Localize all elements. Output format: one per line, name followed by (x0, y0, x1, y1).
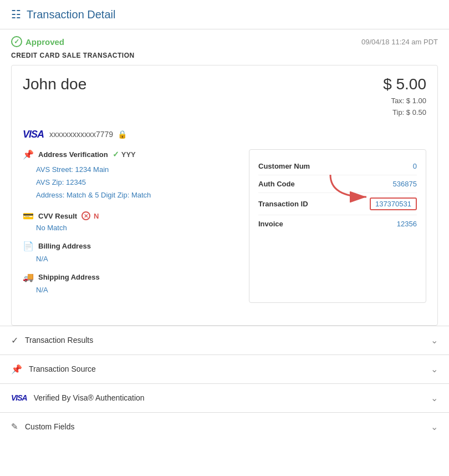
card-section: John doe $ 5.00 Tax: $ 1.00 Tip: $ 0.50 … (11, 65, 438, 326)
avs-code: YYY (121, 150, 136, 159)
page-title: Transaction Detail (27, 8, 115, 21)
accordion-custom-left: ✎ Custom Fields (11, 422, 74, 432)
auth-code-value: 536875 (393, 180, 417, 188)
visa-row: VISA xxxxxxxxxxxx7779 🔒 (23, 129, 426, 140)
address-verification-block: 📌 Address Verification ✓ YYY AVS Street:… (23, 149, 238, 202)
chevron-down-icon-2: ⌄ (431, 364, 438, 374)
avs-check: ✓ YYY (113, 150, 136, 159)
amount-block: $ 5.00 Tax: $ 1.00 Tip: $ 0.50 (383, 75, 426, 119)
accordion-verified-visa[interactable]: VISA Verified By Visa® Authentication ⌄ (0, 383, 449, 412)
source-label: Transaction Source (29, 364, 96, 373)
visa-logo: VISA (23, 129, 44, 140)
tax-amount: Tax: $ 1.00 Tip: $ 0.50 (383, 95, 426, 119)
avs-street: AVS Street: 1234 Main (36, 163, 238, 176)
billing-icon: 📄 (23, 241, 34, 251)
tip-line: Tip: $ 0.50 (383, 107, 426, 119)
accordion-source-left: 📌 Transaction Source (11, 364, 96, 374)
cvv-icon: 💳 (23, 211, 34, 221)
invoice-label: Invoice (258, 220, 283, 228)
accordion-results-left: ✓ Transaction Results (11, 335, 93, 346)
approved-label: Approved (25, 37, 64, 47)
avs-details: AVS Street: 1234 Main AVS Zip: 12345 Add… (23, 163, 238, 202)
transaction-type: CREDIT CARD SALE TRANSACTION (0, 50, 449, 65)
shipping-title: 🚚 Shipping Address (23, 272, 238, 282)
transaction-id-label: Transaction ID (258, 200, 308, 208)
accordion-custom-fields[interactable]: ✎ Custom Fields ⌄ (0, 412, 449, 441)
avs-check-icon: ✓ (113, 150, 119, 159)
custom-fields-label: Custom Fields (25, 422, 74, 431)
invoice-value: 12356 (397, 220, 417, 228)
check-icon: ✓ (11, 36, 22, 47)
customer-num-label: Customer Num (258, 162, 310, 170)
info-box: Customer Num 0 Auth Code 536875 Transact… (249, 149, 426, 303)
page-header: ☷ Transaction Detail (0, 0, 449, 29)
avs-title: 📌 Address Verification ✓ YYY (23, 149, 238, 160)
pin2-icon: 📌 (11, 364, 22, 374)
timestamp: 09/04/18 11:24 am PDT (361, 38, 438, 46)
status-bar: ✓ Approved 09/04/18 11:24 am PDT (0, 29, 449, 50)
card-number: xxxxxxxxxxxx7779 (49, 130, 113, 139)
cvv-title: 💳 CVV Result ✕ N (23, 211, 238, 221)
billing-block: 📄 Billing Address N/A (23, 241, 238, 263)
auth-code-row: Auth Code 536875 (258, 175, 417, 193)
cvv-code: N (94, 212, 99, 220)
accordion-transaction-results[interactable]: ✓ Transaction Results ⌄ (0, 326, 449, 355)
transaction-id-value: 137370531 (370, 198, 417, 210)
results-icon: ✓ (11, 335, 18, 346)
customer-num-row: Customer Num 0 (258, 158, 417, 175)
accordion-visa-left: VISA Verified By Visa® Authentication (11, 393, 145, 402)
main-content: ✓ Approved 09/04/18 11:24 am PDT CREDIT … (0, 29, 449, 441)
chevron-down-icon-4: ⌄ (431, 422, 438, 432)
truck-icon: 🚚 (23, 272, 34, 282)
left-details: 📌 Address Verification ✓ YYY AVS Street:… (23, 149, 238, 303)
lock-icon: 🔒 (118, 130, 127, 139)
menu-icon: ☷ (11, 8, 21, 21)
details-row: 📌 Address Verification ✓ YYY AVS Street:… (23, 149, 426, 303)
shipping-block: 🚚 Shipping Address N/A (23, 272, 238, 294)
chevron-down-icon: ⌄ (431, 335, 438, 346)
visa-accordion-logo: VISA (11, 393, 27, 402)
tax-line: Tax: $ 1.00 (383, 95, 426, 107)
shipping-value: N/A (23, 286, 238, 294)
approved-badge: ✓ Approved (11, 36, 64, 47)
results-label: Transaction Results (25, 336, 93, 345)
invoice-row: Invoice 12356 (258, 215, 417, 232)
cvv-block: 💳 CVV Result ✕ N No Match (23, 211, 238, 232)
chevron-down-icon-3: ⌄ (431, 393, 438, 403)
auth-code-label: Auth Code (258, 180, 295, 188)
billing-value: N/A (23, 255, 238, 263)
avs-zip: AVS Zip: 12345 (36, 176, 238, 189)
accordion-transaction-source[interactable]: 📌 Transaction Source ⌄ (0, 355, 449, 383)
customer-amount-row: John doe $ 5.00 Tax: $ 1.00 Tip: $ 0.50 (23, 75, 426, 119)
cvv-no-match: No Match (23, 224, 238, 232)
avs-match: Address: Match & 5 Digit Zip: Match (36, 189, 238, 201)
billing-title: 📄 Billing Address (23, 241, 238, 251)
transaction-id-row: Transaction ID 137370531 (258, 193, 417, 215)
customer-name: John doe (23, 75, 86, 93)
pin-icon: 📌 (23, 149, 34, 160)
customer-num-value: 0 (413, 162, 417, 170)
pencil-icon: ✎ (11, 422, 18, 432)
amount-main: $ 5.00 (383, 75, 426, 93)
visa-auth-label: Verified By Visa® Authentication (34, 393, 145, 402)
cvv-x-icon: ✕ (81, 211, 90, 220)
